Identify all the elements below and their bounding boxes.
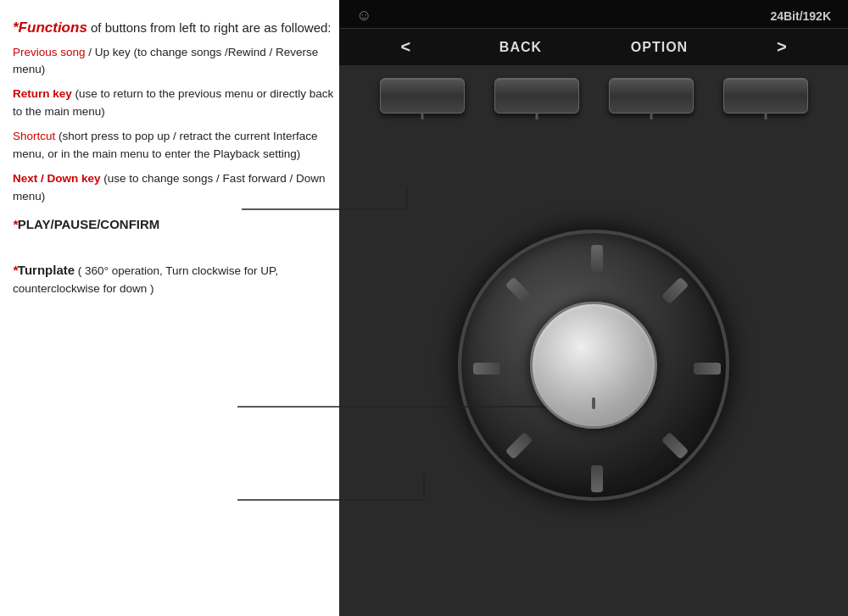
nav-option-button[interactable]: OPTION [631, 40, 688, 55]
hardware-buttons-row [339, 65, 848, 122]
text-panel: *Functions of buttons from left to right… [0, 0, 348, 616]
nav-back-button[interactable]: BACK [499, 40, 542, 55]
hw-button-1[interactable] [380, 78, 465, 114]
dial-area [339, 122, 848, 616]
bitrate-display: 24Bit/192K [770, 9, 831, 23]
shortcut-entry: Shortcut (short press to pop up / retrac… [13, 128, 335, 164]
dial-center-button[interactable] [530, 302, 657, 429]
turnplate-bold: Turnplate [18, 263, 75, 277]
hw-button-3[interactable] [609, 78, 694, 114]
device-panel: ☺ 24Bit/192K < BACK OPTION > [339, 0, 848, 616]
user-icon: ☺ [356, 7, 371, 25]
play-bold: PLAY/PAUSE/CONFIRM [18, 217, 160, 231]
screen-nav-bar: < BACK OPTION > [339, 29, 848, 65]
play-pause-entry: *PLAY/PAUSE/CONFIRM [13, 214, 335, 235]
return-key-label: Return key [13, 87, 72, 100]
hw-button-4[interactable] [723, 78, 808, 114]
device-screen: ☺ 24Bit/192K < BACK OPTION > [339, 0, 848, 65]
functions-heading: *Functions of buttons from left to right… [13, 17, 335, 39]
turnplate-entry: *Turnplate ( 360° operation, Turn clockw… [13, 260, 335, 298]
hw-button-2[interactable] [494, 78, 579, 114]
dial-outer[interactable] [458, 230, 729, 501]
next-down-entry: Next / Down key (use to change songs / F… [13, 170, 335, 206]
shortcut-desc: (short press to pop up / retract the cur… [13, 130, 317, 160]
functions-star-bold: *Functions [13, 19, 87, 36]
previous-song-entry: Previous song / Up key (to change songs … [13, 44, 335, 80]
nav-left-arrow[interactable]: < [400, 37, 410, 57]
return-key-entry: Return key (use to return to the previou… [13, 86, 335, 121]
next-down-label: Next / Down key [13, 172, 101, 185]
nav-right-arrow[interactable]: > [777, 37, 787, 57]
previous-song-label: Previous song [13, 46, 86, 58]
screen-top-bar: ☺ 24Bit/192K [339, 0, 848, 29]
shortcut-label: Shortcut [13, 130, 55, 142]
